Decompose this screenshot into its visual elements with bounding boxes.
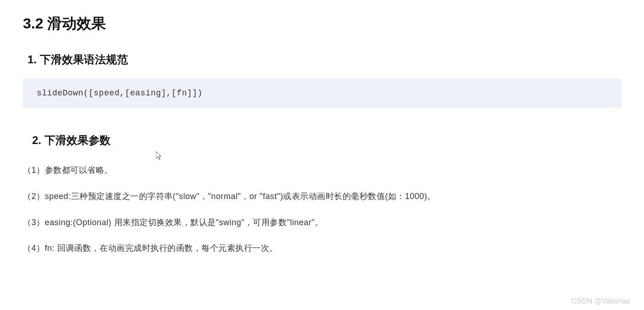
param-item-2: （2）speed:三种预定速度之一的字符串("slow"，"normal"，or… — [23, 190, 621, 203]
param-item-4: （4）fn: 回调函数，在动画完成时执行的函数，每个元素执行一次。 — [23, 242, 621, 255]
param-item-3: （3）easing:(Optional) 用来指定切换效果，默认是"swing"… — [23, 216, 621, 229]
watermark: CSDN @Viktoriae — [572, 297, 630, 305]
section-title: 3.2 滑动效果 — [23, 14, 621, 34]
code-block: slideDown([speed,[easing],[fn]]) — [23, 78, 621, 108]
subsection-syntax-title: 1. 下滑效果语法规范 — [28, 52, 621, 67]
subsection-params-title: 2. 下滑效果参数 — [32, 133, 621, 148]
param-item-1: （1）参数都可以省略。 — [23, 164, 621, 177]
cursor-icon — [156, 151, 163, 161]
